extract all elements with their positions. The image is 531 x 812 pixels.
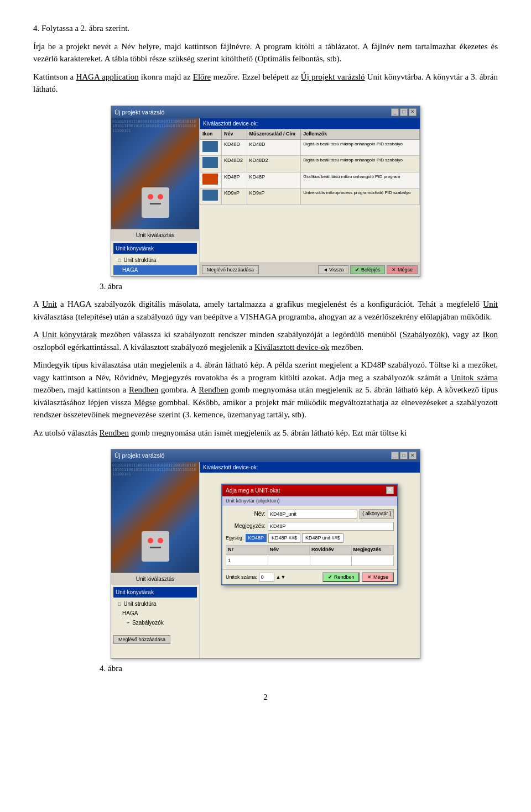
fig3-tree-item-1[interactable]: □ Unit struktúra [113, 255, 197, 265]
figure-3-screenshot: Új projekt varázsló _ □ ✕ 01101010111001… [111, 106, 420, 277]
modal-alkonyvtar: { alkönyvtár } [360, 509, 394, 519]
modal-subtitle: Unit könyvtár (objektum) [222, 496, 397, 506]
fig4-robot-mouth [150, 547, 161, 548]
modal-title-text: Adja meg a UNIT-okat [226, 486, 280, 495]
fig3-desc-cell-4: Univerzális mikroprocess programozható P… [301, 188, 420, 205]
fig4-label-1: Unit struktúra [123, 601, 156, 607]
fig4-image: 0110101011100101011010101110010101101010… [111, 462, 199, 573]
fig3-title-buttons: _ □ ✕ [391, 108, 417, 116]
fig3-tree-title: Unit könyvtárak [113, 243, 197, 254]
fig3-selected-label: Kiválasztott device-ok: [200, 118, 420, 129]
fig4-label-3: Szabályozók [132, 620, 164, 626]
modal-nev-row: Név: { alkönyvtár } [226, 509, 394, 519]
modal-megjegyzes-input[interactable] [268, 522, 394, 531]
fig4-add-btn[interactable]: Meglévő hozzáadása [113, 635, 170, 644]
fig3-name-cell-2: KD48D2 [222, 156, 247, 172]
modal-nev-label: Név: [226, 510, 266, 518]
fig3-label-1: Unit struktúra [123, 257, 156, 263]
modal-action-buttons: ✔ Rendben ✕ Mégse [322, 572, 394, 582]
fig4-modal-area: Adja meg a UNIT-okat ✕ Unit könyvtár (ob… [200, 473, 420, 659]
fig4-titlebar: Új projekt varázsló _ □ ✕ [111, 449, 420, 462]
modal-col-nr: Nr [226, 546, 268, 554]
fig3-image: 0110101011100101011010101110010101101010… [111, 118, 199, 229]
paragraph-2: Írja be a projekt nevét a Név helyre, ma… [33, 40, 498, 65]
fig3-family-cell-2: KD48D2 [247, 156, 301, 172]
table-row: KD48D KD48D Digitális beállítású mikrop … [200, 139, 420, 156]
modal-egyseg-val-2[interactable]: KD48P ##$ [268, 533, 300, 543]
fig4-robot-eye-right [158, 538, 163, 543]
page-number: 2 [33, 691, 498, 703]
fig4-tree-title: Unit könyvtárak [113, 587, 197, 598]
fig3-cancel-btn[interactable]: ✕ Mégse [387, 265, 418, 274]
fig3-nav-buttons: ◄ Vissza ✔ Belépjés ✕ Mégse [318, 265, 418, 274]
fig4-right-panel: Kiválasztott device-ok: Adja meg a UNIT-… [200, 462, 420, 659]
fig3-expand-1: □ [118, 258, 121, 263]
fig3-family-cell-4: KD9xP [247, 188, 301, 205]
modal-cell-nev-1[interactable] [268, 556, 310, 566]
modal-close-btn[interactable]: ✕ [386, 486, 394, 494]
modal-unitok-szama-input[interactable]: 0 [259, 573, 274, 582]
fig4-tree-item-1[interactable]: □ Unit struktúra [113, 599, 197, 609]
modal-col-nev: Név [268, 546, 310, 554]
fig3-desc-cell-3: Grafikus beállítású mikro onhangoló PID … [301, 172, 420, 188]
modal-bottom-bar: Unitok száma: 0 ▲▼ ✔ Rendben ✕ Mégse [222, 569, 397, 584]
fig3-close-btn[interactable]: ✕ [409, 108, 417, 116]
modal-megse-btn[interactable]: ✕ Mégse [362, 572, 394, 582]
page-content: 4. Folytassa a 2. ábra szerint. Írja be … [33, 22, 498, 703]
fig4-expand-1: □ [118, 601, 121, 607]
paragraph-3: Kattintson a HAGA application ikonra maj… [33, 71, 498, 96]
fig4-tree-item-3[interactable]: + Szabályozók [113, 618, 197, 628]
modal-spinner-icon[interactable]: ▲▼ [276, 574, 286, 580]
figure-4-container: Új projekt varázsló _ □ ✕ 01101010111001… [33, 449, 498, 675]
modal-col-rovidnev: Rövidnév [310, 546, 352, 554]
fig3-minimize-btn[interactable]: _ [391, 108, 399, 116]
fig3-label-2: HAGA [122, 267, 138, 273]
modal-nev-input[interactable] [268, 510, 357, 518]
modal-title-bar: Adja meg a UNIT-okat ✕ [222, 485, 397, 496]
fig3-add-btn[interactable]: Meglévő hozzáadása [202, 265, 259, 274]
fig3-label-3: Szabályozók [127, 276, 158, 277]
fig4-tree-item-2[interactable]: HAGA [113, 609, 197, 618]
fig3-icon-cell-3 [200, 172, 222, 188]
fig4-close-btn[interactable]: ✕ [409, 452, 417, 459]
fig3-icon-cell-1 [200, 139, 222, 156]
modal-body: Név: { alkönyvtár } Megjegyzés: [222, 506, 397, 569]
fig3-content: 0110101011100101011010101110010101101010… [111, 118, 420, 276]
fig3-tree-item-3[interactable]: Szabályozók [113, 275, 197, 277]
fig3-name-cell-1: KD48D [222, 139, 247, 156]
paragraph-7: Az utolsó választás Rendben gomb megnyom… [33, 427, 498, 439]
robot-eye-left [148, 194, 153, 200]
fig3-table: Ikon Név Műszercsalád / Cím Jellemzők KD… [200, 129, 420, 205]
fig3-right-panel: Kiválasztott device-ok: Ikon Név Műszerc… [200, 118, 420, 276]
modal-table-row-1: 1 [226, 556, 394, 567]
fig3-col-nev: Név [222, 129, 247, 140]
modal-egyseg-val-3[interactable]: KD48P unit ##$ [302, 533, 343, 543]
fig4-tree-panel: Unit könyvtárak □ Unit struktúra HAGA + … [111, 585, 199, 630]
modal-megjegyzes-label: Megjegyzés: [226, 522, 266, 530]
modal-egyseg-val-1[interactable]: KD48P [246, 534, 267, 543]
fig4-minimize-btn[interactable]: _ [391, 452, 399, 459]
modal-cell-megjegyzes-1[interactable] [352, 556, 393, 566]
robot-mouth [150, 203, 161, 205]
fig3-name-cell-3: KD48P [222, 172, 247, 188]
fig4-robot-head [142, 531, 169, 562]
fig4-maximize-btn[interactable]: □ [400, 452, 408, 459]
fig3-icon-cell-4 [200, 188, 222, 205]
fig3-maximize-btn[interactable]: □ [400, 108, 408, 116]
modal-egyseg-label: Egység: [226, 535, 244, 542]
modal-cell-rovidnev-1[interactable] [310, 556, 352, 566]
paragraph-6: Mindegyik típus kiválasztása után megjel… [33, 359, 498, 421]
fig3-device-table: Ikon Név Műszercsalád / Cím Jellemzők KD… [200, 129, 420, 263]
figure-3-container: Új projekt varázsló _ □ ✕ 01101010111001… [33, 106, 498, 293]
fig4-robot-eye-left [148, 538, 153, 543]
modal-megjegyzes-row: Megjegyzés: [226, 522, 394, 531]
fig3-titlebar: Új projekt varázsló _ □ ✕ [111, 106, 420, 119]
modal-rendben-btn[interactable]: ✔ Rendben [322, 572, 360, 582]
fig3-next-btn[interactable]: ✔ Belépjés [350, 265, 385, 274]
fig3-back-btn[interactable]: ◄ Vissza [318, 265, 349, 274]
figure-4-label: 4. ábra [33, 662, 498, 675]
modal-unitok-szama-label: Unitok száma: [226, 574, 257, 580]
table-row: KD48D2 KD48D2 Digitális beállítású mikro… [200, 156, 420, 172]
fig3-tree-item-2[interactable]: HAGA [113, 265, 197, 275]
modal-unitok-szama-area: Unitok száma: 0 ▲▼ [226, 573, 285, 582]
